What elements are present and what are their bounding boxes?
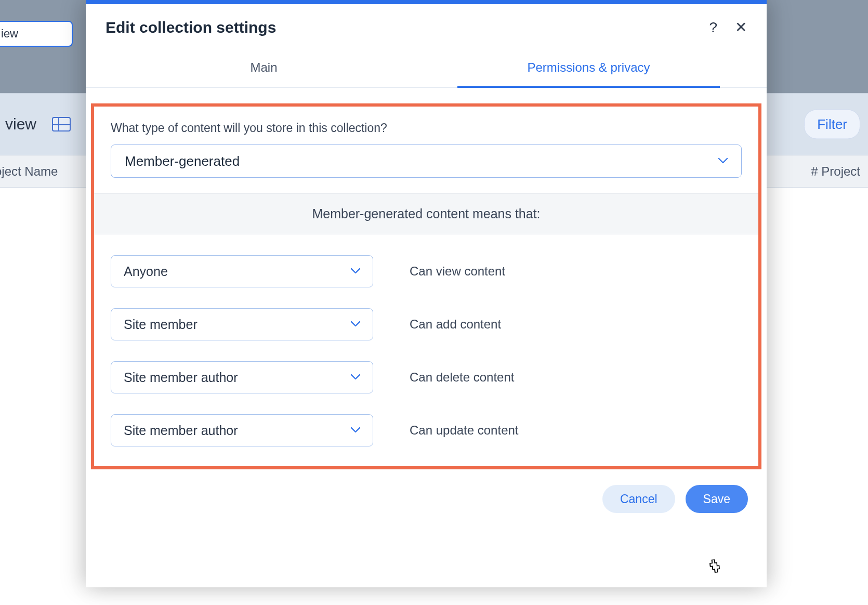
modal-header-icons: ? ✕: [709, 20, 747, 35]
grid-icon[interactable]: [52, 117, 71, 131]
delete-role-select[interactable]: Site member author: [111, 361, 373, 393]
tab-main[interactable]: Main: [101, 48, 426, 87]
permission-row-view: Anyone Can view content: [111, 255, 742, 287]
column-header-project-name: oject Name: [0, 164, 58, 179]
modal-tabs: Main Permissions & privacy: [86, 48, 767, 88]
modal-footer: Cancel Save: [86, 469, 767, 513]
content-type-value: Member-generated: [125, 153, 240, 169]
permissions-highlight-box: What type of content will you store in t…: [91, 103, 761, 469]
cancel-button[interactable]: Cancel: [602, 485, 675, 513]
permission-row-update: Site member author Can update content: [111, 414, 742, 446]
delete-role-value: Site member author: [124, 370, 238, 385]
view-role-select[interactable]: Anyone: [111, 255, 373, 287]
bg-chip-label: iew: [1, 27, 18, 40]
chevron-down-icon: [351, 319, 360, 330]
save-button[interactable]: Save: [686, 485, 748, 513]
tab-permissions[interactable]: Permissions & privacy: [426, 48, 751, 87]
modal-header: Edit collection settings ? ✕: [86, 4, 767, 42]
update-permission-label: Can update content: [410, 423, 519, 438]
delete-permission-label: Can delete content: [410, 370, 514, 385]
content-type-info-banner: Member-generated content means that:: [94, 193, 758, 234]
chevron-down-icon: [351, 425, 360, 436]
update-role-value: Site member author: [124, 423, 238, 438]
column-header-project: # Project: [811, 164, 860, 179]
chevron-down-icon: [718, 156, 728, 167]
chevron-down-icon: [351, 372, 360, 383]
edit-collection-modal: Edit collection settings ? ✕ Main Permis…: [86, 0, 767, 587]
help-icon[interactable]: ?: [709, 20, 717, 35]
modal-accent-bar: [86, 0, 767, 4]
permission-row-add: Site member Can add content: [111, 308, 742, 340]
modal-title: Edit collection settings: [106, 19, 276, 36]
chevron-down-icon: [351, 266, 360, 277]
add-permission-label: Can add content: [410, 317, 501, 332]
close-icon[interactable]: ✕: [735, 20, 747, 35]
add-role-value: Site member: [124, 317, 198, 332]
bg-chip-view: iew: [0, 21, 73, 47]
content-type-select[interactable]: Member-generated: [111, 144, 742, 178]
update-role-select[interactable]: Site member author: [111, 414, 373, 446]
bg-view-label: view: [0, 115, 36, 133]
filter-button[interactable]: Filter: [804, 110, 860, 139]
permission-row-delete: Site member author Can delete content: [111, 361, 742, 393]
content-type-question: What type of content will you store in t…: [111, 121, 758, 135]
add-role-select[interactable]: Site member: [111, 308, 373, 340]
view-permission-label: Can view content: [410, 264, 505, 279]
view-role-value: Anyone: [124, 264, 168, 279]
